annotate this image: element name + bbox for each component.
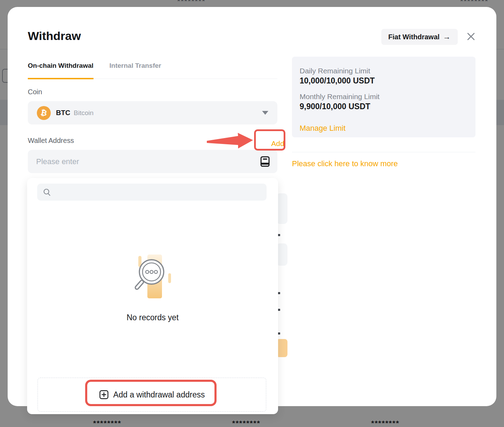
tab-onchain-withdrawal[interactable]: On-chain Withdrawal — [28, 62, 94, 79]
add-withdrawal-address-label: Add a withdrawal address — [113, 390, 205, 400]
divider — [292, 152, 475, 152]
wallet-address-field — [28, 150, 277, 173]
daily-limit-value: 10,000/10,000 USDT — [300, 75, 468, 86]
coin-name: Bitcoin — [74, 109, 94, 117]
plus-square-icon — [99, 390, 109, 400]
chevron-down-icon — [262, 111, 268, 115]
monthly-limit-value: 9,900/10,000 USDT — [300, 101, 468, 112]
masked-value: ******** — [177, 0, 205, 5]
know-more-link[interactable]: Please click here to know more — [292, 159, 398, 168]
masked-value: ******** — [232, 419, 260, 427]
masked-value: ******** — [93, 419, 121, 427]
arrow-right-icon: → — [443, 33, 451, 41]
no-records-illustration — [27, 252, 278, 302]
address-book-icon[interactable] — [260, 156, 270, 167]
address-search-field — [37, 184, 267, 201]
fiat-withdrawal-label: Fiat Withdrawal — [388, 33, 440, 41]
address-search-input[interactable] — [55, 188, 261, 196]
search-icon — [43, 188, 51, 196]
monthly-limit-label: Monthly Remaining Limit — [300, 92, 468, 101]
manage-limit-link[interactable]: Manage Limit — [300, 124, 346, 133]
wallet-address-label: Wallet Address — [28, 137, 74, 145]
add-address-link[interactable]: Add — [264, 136, 292, 151]
wallet-address-input[interactable] — [35, 157, 260, 167]
bitcoin-icon: ₿ — [37, 106, 51, 120]
daily-limit-label: Daily Remaining Limit — [300, 66, 468, 75]
withdraw-tabs: On-chain Withdrawal Internal Transfer — [28, 62, 277, 79]
masked-value: ******** — [460, 0, 488, 5]
add-withdrawal-address-button[interactable]: Add a withdrawal address — [38, 378, 266, 412]
coin-label: Coin — [28, 88, 42, 96]
screen: ******** ******** ******** ******** ****… — [0, 0, 504, 427]
coin-select[interactable]: ₿ BTC Bitcoin — [28, 101, 277, 124]
tab-internal-transfer[interactable]: Internal Transfer — [109, 62, 161, 79]
address-book-dropdown: No records yet Add a withdrawal address — [27, 178, 278, 414]
page-title: Withdraw — [28, 29, 81, 43]
fiat-withdrawal-button[interactable]: Fiat Withdrawal → — [381, 29, 458, 45]
no-records-text: No records yet — [27, 313, 278, 322]
close-icon[interactable] — [466, 32, 475, 41]
coin-symbol: BTC — [56, 109, 70, 117]
masked-value: ******** — [371, 419, 399, 427]
limits-card: Daily Remaining Limit 10,000/10,000 USDT… — [292, 57, 475, 137]
